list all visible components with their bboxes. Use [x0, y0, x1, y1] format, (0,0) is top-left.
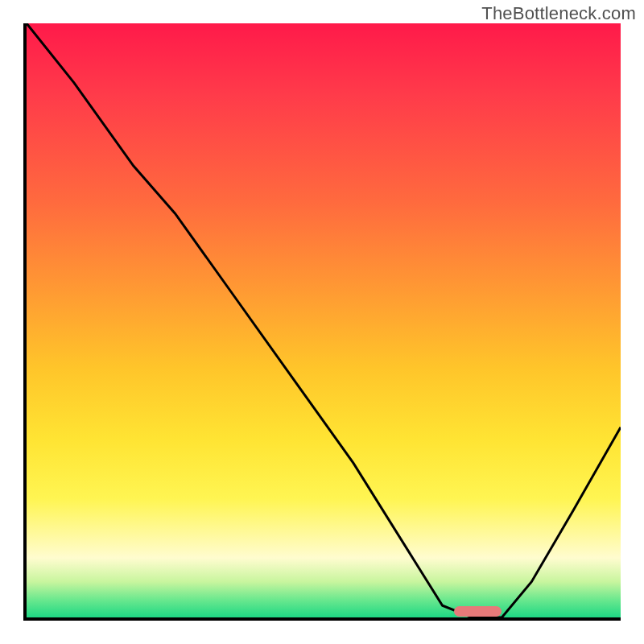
chart-container: TheBottleneck.com [0, 0, 644, 644]
bottleneck-curve-path [27, 23, 621, 617]
plot-area [23, 23, 621, 621]
curve-svg [27, 23, 621, 617]
trough-marker [454, 606, 502, 617]
watermark-text: TheBottleneck.com [481, 3, 636, 24]
